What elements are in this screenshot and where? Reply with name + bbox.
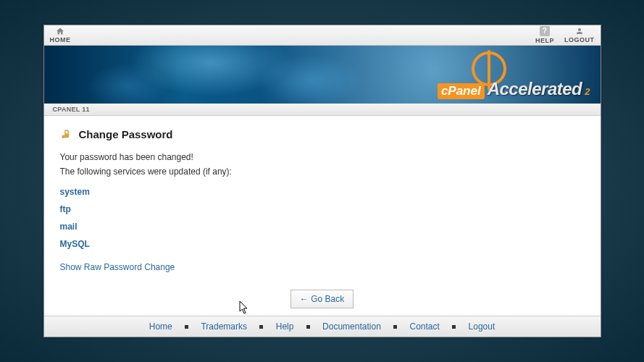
help-icon: ? <box>540 26 550 36</box>
footer-sep <box>393 325 397 329</box>
password-icon <box>60 127 73 140</box>
svg-point-1 <box>62 135 65 139</box>
home-icon <box>55 27 65 35</box>
footer-link-logout[interactable]: Logout <box>469 321 495 332</box>
home-label: HOME <box>50 36 71 43</box>
cpanel-window: HOME ? HELP LOGOUT cPanel Accelerated 2 … <box>43 25 601 337</box>
help-label: HELP <box>535 37 554 44</box>
go-back-button[interactable]: ← Go Back <box>290 290 354 308</box>
footer-link-help[interactable]: Help <box>276 321 294 332</box>
brand-sub: 2 <box>585 86 590 97</box>
page-title: Change Password <box>79 128 173 140</box>
footer-link-contact[interactable]: Contact <box>410 321 440 332</box>
breadcrumb: CPANEL 11 <box>44 104 601 116</box>
brand-tagline: Accelerated <box>488 79 582 99</box>
success-message-2: The following services were updated (if … <box>60 165 585 178</box>
banner-brand: cPanel Accelerated 2 <box>438 79 590 99</box>
logout-label: LOGOUT <box>564 36 595 43</box>
page-heading: Change Password <box>60 127 585 140</box>
service-link-mysql[interactable]: MySQL <box>60 239 585 249</box>
service-link-system[interactable]: system <box>60 187 585 197</box>
brand-name: cPanel <box>438 83 485 99</box>
footer-sep <box>452 325 456 329</box>
svg-rect-0 <box>64 133 69 138</box>
service-list: system ftp mail MySQL <box>60 187 585 249</box>
footer-link-documentation[interactable]: Documentation <box>322 321 381 332</box>
footer-link-home[interactable]: Home <box>149 321 172 332</box>
service-link-ftp[interactable]: ftp <box>60 204 585 214</box>
home-nav[interactable]: HOME <box>50 27 71 43</box>
service-link-mail[interactable]: mail <box>60 222 585 232</box>
banner: cPanel Accelerated 2 <box>44 46 601 104</box>
show-raw-link[interactable]: Show Raw Password Change <box>60 262 175 272</box>
footer-sep <box>306 325 310 329</box>
logout-nav[interactable]: LOGOUT <box>564 27 595 43</box>
content-area: Change Password Your password has been c… <box>44 116 601 316</box>
footer-sep <box>185 325 188 329</box>
footer-link-trademarks[interactable]: Trademarks <box>201 321 247 332</box>
logout-icon <box>574 27 585 35</box>
help-nav[interactable]: ? HELP <box>535 26 554 44</box>
footer: Home Trademarks Help Documentation Conta… <box>44 316 601 337</box>
top-bar: HOME ? HELP LOGOUT <box>44 25 601 46</box>
success-message-1: Your password has been changed! <box>60 151 585 164</box>
footer-sep <box>259 325 263 329</box>
